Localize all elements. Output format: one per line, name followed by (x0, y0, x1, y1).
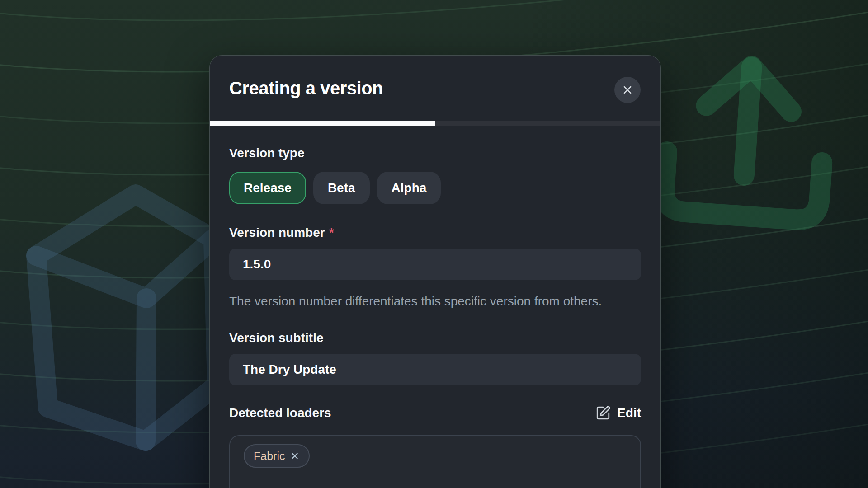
edit-label: Edit (617, 406, 641, 420)
wizard-progress-bar (210, 121, 660, 126)
version-number-help-text: The version number differentiates this s… (229, 291, 623, 311)
version-type-alpha-button[interactable]: Alpha (377, 172, 441, 204)
edit-pen-icon (595, 405, 611, 421)
required-asterisk: * (329, 225, 334, 239)
version-type-release-button[interactable]: Release (229, 172, 306, 204)
app-background: Creating a version Version type Release … (0, 0, 868, 488)
version-subtitle-input[interactable]: The Dry Update (229, 354, 641, 385)
tag-remove-x-icon (290, 451, 300, 461)
version-number-input[interactable]: 1.5.0 (229, 249, 641, 280)
edit-loaders-button[interactable]: Edit (595, 405, 641, 421)
modal-title: Creating a version (229, 78, 383, 99)
close-button[interactable] (614, 77, 641, 103)
wizard-progress-fill (210, 121, 435, 126)
version-type-options: Release Beta Alpha (229, 172, 641, 204)
close-icon (621, 84, 634, 96)
upload-arrow-decoration (663, 61, 828, 221)
create-version-modal: Creating a version Version type Release … (209, 55, 661, 488)
modal-body: Version type Release Beta Alpha Version … (210, 145, 660, 488)
version-type-beta-button[interactable]: Beta (313, 172, 370, 204)
detected-loaders-box: Fabric (229, 435, 641, 488)
loader-tag-label: Fabric (254, 450, 285, 463)
detected-loaders-row: Detected loaders Edit (229, 405, 641, 421)
remove-loader-button[interactable] (290, 451, 300, 461)
version-type-label: Version type (229, 145, 641, 161)
cube-decoration (36, 194, 217, 441)
loader-tag-fabric: Fabric (244, 444, 310, 468)
modal-header: Creating a version (210, 56, 660, 121)
version-subtitle-label: Version subtitle (229, 330, 641, 346)
detected-loaders-label: Detected loaders (229, 405, 331, 421)
version-number-label: Version number* (229, 225, 641, 240)
